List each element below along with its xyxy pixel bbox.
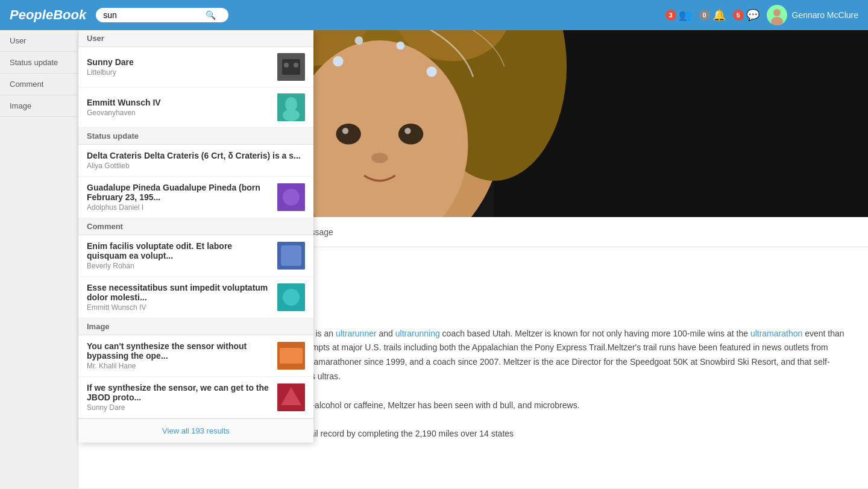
svg-point-29 (336, 124, 360, 144)
avatar (767, 5, 787, 25)
dropdown-item-name: Emmitt Wunsch IV (87, 98, 270, 107)
dropdown-item-name: Guadalupe Pineda Guadalupe Pineda (born … (87, 183, 270, 202)
search-box[interactable]: 🔍 (96, 8, 228, 22)
svg-point-1 (773, 9, 781, 16)
dropdown-comment-esse[interactable]: Esse necessitatibus sunt impedit volupta… (78, 277, 313, 318)
user-name: Gennaro McClure (792, 10, 859, 20)
dropdown-status-delta[interactable]: Delta Crateris Delta Crateris (6 Crt, δ … (78, 145, 313, 177)
svg-point-35 (396, 42, 404, 50)
dropdown-image-jbod[interactable]: If we synthesize the sensor, we can get … (78, 377, 313, 418)
user-info[interactable]: Gennaro McClure (767, 5, 859, 25)
dropdown-user-sunny[interactable]: Sunny Dare Littelbury (78, 47, 313, 87)
messages-badge: 5 (733, 10, 744, 21)
dropdown-item-sub: Geovanyhaven (87, 109, 270, 117)
svg-point-9 (283, 109, 300, 121)
search-icon: 🔍 (206, 10, 216, 20)
sidebar: User Status update Comment Image (0, 30, 78, 488)
dropdown-item-name: Sunny Dare (87, 57, 270, 67)
svg-point-34 (333, 56, 343, 66)
dropdown-section-image-header: Image (78, 318, 313, 335)
dropdown-item-text: If we synthesize the sensor, we can get … (87, 383, 270, 412)
app-brand: PeopleBook (10, 7, 86, 23)
notifications-button[interactable]: 0 🔔 (699, 8, 726, 22)
dropdown-item-text: Guadalupe Pineda Guadalupe Pineda (born … (87, 183, 270, 212)
friend-requests-button[interactable]: 3 👥 (665, 8, 692, 22)
dropdown-item-name: Enim facilis voluptate odit. Et labore q… (87, 241, 270, 260)
dropdown-item-name: Delta Crateris Delta Crateris (6 Crt, δ … (87, 151, 305, 160)
svg-point-6 (294, 63, 298, 68)
dropdown-thumb (277, 383, 305, 411)
dropdown-section-comment-header: Comment (78, 218, 313, 235)
sidebar-item-image: Image (0, 95, 78, 117)
view-all-button[interactable]: View all 193 results (78, 418, 313, 443)
dropdown-status-guadalupe[interactable]: Guadalupe Pineda Guadalupe Pineda (born … (78, 177, 313, 218)
dropdown-section-status-header: Status update (78, 128, 313, 145)
svg-point-30 (398, 124, 423, 144)
dropdown-item-text: Delta Crateris Delta Crateris (6 Crt, δ … (87, 151, 305, 170)
dropdown-thumb (277, 342, 305, 370)
svg-point-37 (355, 36, 363, 45)
svg-point-36 (426, 66, 436, 77)
dropdown-thumb (277, 93, 305, 121)
dropdown-item-sub: Adolphus Daniel I (87, 203, 270, 212)
navbar: PeopleBook 🔍 3 👥 0 🔔 5 💬 Gennaro McC (0, 0, 868, 30)
dropdown-item-name: If we synthesize the sensor, we can get … (87, 383, 270, 402)
sidebar-item-user: User (0, 30, 78, 52)
dropdown-item-name: You can't synthesize the sensor without … (87, 341, 270, 361)
dropdown-thumb (277, 242, 305, 270)
dropdown-thumb (277, 183, 305, 211)
chat-icon: 💬 (746, 8, 760, 22)
dropdown-item-sub: Mr. Khalil Hane (87, 362, 270, 370)
svg-point-32 (404, 128, 410, 134)
dropdown-item-sub: Beverly Rohan (87, 262, 270, 270)
main-content: User Status update Comment Image User Su… (0, 30, 868, 488)
dropdown-item-text: You can't synthesize the sensor without … (87, 341, 270, 370)
bio-link-ultramarathon[interactable]: ultramarathon (750, 329, 802, 338)
navbar-right: 3 👥 0 🔔 5 💬 Gennaro McClure (665, 5, 859, 25)
dropdown-item-sub: Sunny Dare (87, 403, 270, 412)
dropdown-section-user-header: User (78, 30, 313, 47)
svg-point-33 (371, 153, 388, 163)
notifications-badge: 0 (699, 10, 710, 21)
dropdown-item-text: Emmitt Wunsch IV Geovanyhaven (87, 98, 270, 117)
dropdown-item-text: Esse necessitatibus sunt impedit volupta… (87, 283, 270, 312)
svg-point-31 (342, 128, 348, 134)
bio-link-ultrarunning[interactable]: ultrarunning (395, 329, 440, 338)
svg-rect-13 (281, 245, 301, 266)
dropdown-item-text: Enim facilis voluptate odit. Et labore q… (87, 241, 270, 270)
bell-icon: 🔔 (712, 8, 726, 22)
friend-requests-badge: 3 (665, 10, 676, 21)
dropdown-item-name: Esse necessitatibus sunt impedit volupta… (87, 283, 270, 302)
dropdown-thumb (277, 53, 305, 81)
dropdown-user-emmitt[interactable]: Emmitt Wunsch IV Geovanyhaven (78, 87, 313, 128)
svg-point-11 (283, 189, 300, 206)
dropdown-image-synthesize[interactable]: You can't synthesize the sensor without … (78, 335, 313, 377)
svg-point-15 (283, 289, 300, 306)
search-dropdown: User Sunny Dare Littelbury Emmitt Wunsch… (78, 30, 313, 443)
dropdown-item-sub: Emmitt Wunsch IV (87, 303, 270, 312)
dropdown-item-sub: Littelbury (87, 68, 270, 77)
dropdown-thumb (277, 283, 305, 311)
sidebar-item-status: Status update (0, 52, 78, 74)
sidebar-item-comment: Comment (0, 74, 78, 95)
dropdown-item-sub: Aliya Gottlieb (87, 162, 305, 170)
messages-button[interactable]: 5 💬 (733, 8, 760, 22)
bio-link-ultrarunner[interactable]: ultrarunner (336, 329, 377, 338)
friends-icon: 👥 (679, 8, 692, 22)
dropdown-item-text: Sunny Dare Littelbury (87, 57, 270, 77)
search-input[interactable] (103, 10, 206, 20)
svg-point-5 (284, 63, 289, 68)
dropdown-comment-enim[interactable]: Enim facilis voluptate odit. Et labore q… (78, 235, 313, 277)
svg-rect-17 (280, 348, 303, 364)
